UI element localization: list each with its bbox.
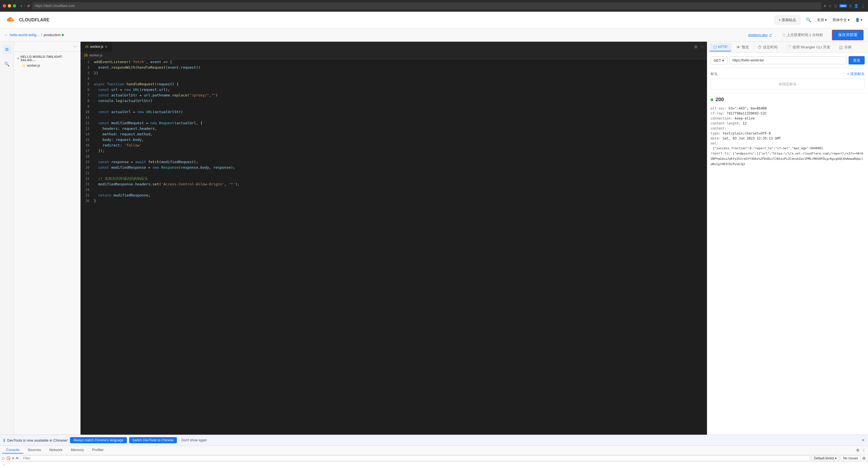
external-link-icon: ↗ <box>769 33 772 37</box>
code-line-13: 13 headers: request.headers, <box>81 126 707 131</box>
save-deploy-button[interactable]: 保存并部署 <box>832 30 864 40</box>
devtools-tab-network[interactable]: Network <box>45 447 66 454</box>
dont-show-again-button[interactable]: Don't show again <box>179 437 209 443</box>
no-issues-badge: No Issues <box>841 456 861 461</box>
refresh-icon[interactable]: ↺ <box>27 4 30 8</box>
time-tab-icon: ⏱ <box>758 45 762 50</box>
folder-name: HELLO-WORLD-TWILIGHT-SALAD-... <box>21 55 77 62</box>
avatar-icon[interactable]: 👤 <box>854 4 859 8</box>
headers-section-header: 标头 + 添加标头 <box>711 71 865 77</box>
code-line-26: 26 } <box>81 198 707 204</box>
file-explorer-actions[interactable]: ··· <box>73 44 77 49</box>
devtools-tab-console[interactable]: Console <box>2 447 23 454</box>
switch-devtools-chinese-button[interactable]: Switch DevTools to Chinese <box>129 437 177 443</box>
console-play-icon[interactable]: ▷ <box>2 456 5 460</box>
devtools-tab-actions: ⚙ ⋮ <box>856 448 866 452</box>
sync-icon[interactable]: S <box>849 4 851 8</box>
editor-tabs: JS worker.js × ⊞ ⋯ <box>81 42 707 52</box>
method-select[interactable]: GET ▾ <box>711 56 727 64</box>
js-tab-icon: JS <box>85 45 89 48</box>
new-badge: New <box>839 4 847 7</box>
log-level-dropdown[interactable]: Default levels ▾ <box>812 456 839 461</box>
tab-http[interactable]: ⬡ HTTP <box>709 43 732 51</box>
sidebar-icon-copy[interactable]: ⧉ <box>2 45 11 54</box>
cf-header: CLOUDFLARE + 添加站点 🔍 支持 ▾ 简体中文 ▾ 👤 ▾ <box>0 12 868 28</box>
devtools-tabs-bar: Console Sources Network Memory Profiler … <box>0 446 868 455</box>
worker-header: ← hello-world-twilig... / production wor… <box>0 28 868 42</box>
tab-preview[interactable]: 👁 预览 <box>733 43 753 51</box>
code-line-17: 17 }); <box>81 148 707 154</box>
code-line-4: 4 <box>81 76 707 81</box>
file-tree: ▾ HELLO-WORLD-TWILIGHT-SALAD-... JS work… <box>14 52 80 468</box>
response-section: 200 alt-svc: h3=":443"; ma=86400 cf-ray:… <box>707 93 868 468</box>
code-line-23: 23 modifiedResponse.headers.set('Access-… <box>81 181 707 187</box>
extensions-icon[interactable]: ⬡ <box>834 4 837 8</box>
console-eye-icon[interactable]: 👁 <box>16 456 19 460</box>
sidebar: ⧉ 🔍 <box>0 42 14 468</box>
add-header-button[interactable]: + 添加标头 <box>847 71 865 77</box>
workers-dev-link[interactable]: workers.dev ↗ <box>748 33 772 37</box>
url-input[interactable] <box>730 56 846 64</box>
console-dropdown-icon[interactable]: ▾ <box>12 456 14 460</box>
main-container: ⧉ 🔍 ··· ▾ HELLO-WORLD-TWILIGHT-SALAD-...… <box>0 42 868 468</box>
tab-wrangler[interactable]: 📄 使用 Wrangler CLI 开发 <box>782 43 834 51</box>
more-icon[interactable]: ⋮ <box>861 3 865 9</box>
console-block-icon[interactable]: 🚫 <box>6 456 10 460</box>
devtools-settings2-icon[interactable]: ⚙ <box>862 456 866 461</box>
editor-tab-actions: ⊞ ⋯ <box>694 45 707 49</box>
more-tab-options-icon[interactable]: ⋯ <box>700 45 704 49</box>
back-icon[interactable]: ‹ <box>21 3 22 8</box>
console-prompt-icon: › <box>3 463 4 467</box>
code-line-2: 2 event.respondWith(handleRequest(event.… <box>81 65 707 70</box>
deploy-time: □ 上次部署时间 1 分钟前 <box>783 32 823 37</box>
devtools-tab-profiler[interactable]: Profiler <box>88 447 107 454</box>
breadcrumb: ← hello-world-twilig... / production <box>4 33 64 37</box>
devtools-settings-icon[interactable]: ⚙ <box>856 448 860 452</box>
code-editor[interactable]: 1 addEventListener('fetch', event => { 2… <box>81 59 707 468</box>
cloudflare-logo-icon <box>5 16 17 24</box>
http-method-url-row: GET ▾ 发送 <box>711 56 865 64</box>
devtools-tab-sources[interactable]: Sources <box>24 447 45 454</box>
tab-close-icon[interactable]: × <box>105 45 107 49</box>
back-arrow-icon[interactable]: ← <box>4 33 8 37</box>
devtools-tab-memory[interactable]: Memory <box>67 447 88 454</box>
user-menu[interactable]: 👤 ▾ <box>855 18 863 22</box>
split-editor-icon[interactable]: ⊞ <box>694 45 698 49</box>
devtools-more-icon[interactable]: ⋮ <box>862 448 866 452</box>
search-icon[interactable]: 🔍 <box>806 17 811 23</box>
sidebar-icon-search[interactable]: 🔍 <box>2 59 11 68</box>
bookmark-icon[interactable]: ☆ <box>828 4 832 8</box>
response-headers: alt-svc: h3=":443"; ma=86400 cf-ray: 7d1… <box>711 106 865 167</box>
chevron-down-icon: ▾ <box>825 18 827 22</box>
more-options-icon[interactable]: ··· <box>73 44 77 49</box>
log-level-chevron: ▾ <box>835 456 837 460</box>
status-row: 200 <box>711 97 865 103</box>
send-button[interactable]: 发送 <box>848 56 865 64</box>
always-match-language-button[interactable]: Always match Chrome's language <box>70 437 127 443</box>
code-line-18: 18 <box>81 154 707 159</box>
profile-icon: A <box>824 4 826 8</box>
file-explorer-header: ··· <box>14 42 80 52</box>
cf-header-actions: + 添加站点 🔍 支持 ▾ 简体中文 ▾ 👤 ▾ <box>774 16 863 25</box>
devtools-info-message: DevTools is now available in Chinese! <box>7 438 68 442</box>
console-filter-input[interactable] <box>21 456 810 461</box>
code-line-21: 21 <box>81 170 707 176</box>
user-avatar-icon: 👤 <box>855 18 860 22</box>
tab-time[interactable]: ⏱ 设定时间 <box>754 43 781 51</box>
browser-url-bar[interactable]: https://dash.cloudflare.com <box>32 2 822 9</box>
forward-icon[interactable]: › <box>24 3 25 8</box>
support-link[interactable]: 支持 ▾ <box>817 18 827 23</box>
devtools-console-area: › <box>0 462 868 468</box>
add-site-button[interactable]: + 添加站点 <box>774 16 800 25</box>
file-folder[interactable]: ▾ HELLO-WORLD-TWILIGHT-SALAD-... <box>14 54 80 63</box>
headers-section: 标头 + 添加标头 未指定标头 <box>707 68 868 93</box>
code-line-7: 7 const actualUrlStr = url.pathname.repl… <box>81 92 707 98</box>
close-devtools-button[interactable]: × <box>862 437 865 443</box>
breadcrumb-link[interactable]: hello-world-twilig... <box>10 33 39 37</box>
editor-tab-worker-js[interactable]: JS worker.js × <box>81 42 112 52</box>
language-selector[interactable]: 简体中文 ▾ <box>833 18 850 23</box>
right-panel-tabs: ⬡ HTTP 👁 预览 ⏱ 设定时间 📄 使用 Wrangler CLI 开发 … <box>707 42 868 53</box>
file-item[interactable]: JS worker.js <box>14 63 80 68</box>
code-line-5: 5 async function handleRequest(request) … <box>81 81 707 87</box>
tab-examples[interactable]: ◫ 示例 <box>835 43 855 51</box>
